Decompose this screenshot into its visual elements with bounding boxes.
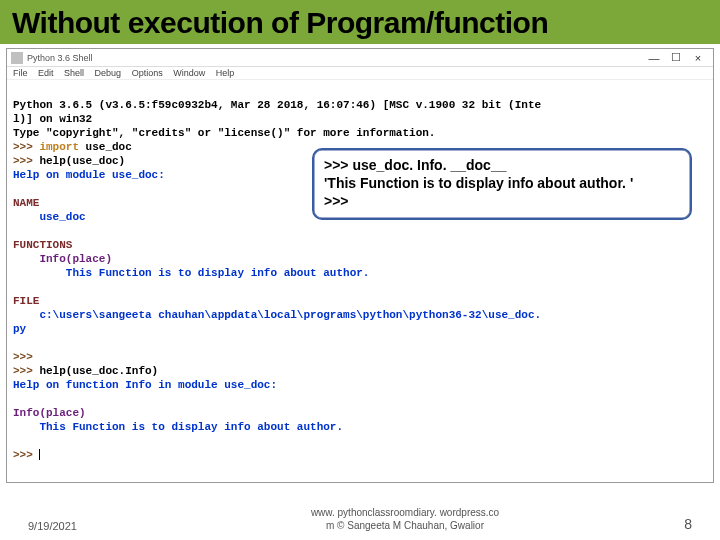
- keyword-import: import: [39, 141, 79, 153]
- app-icon: [11, 52, 23, 64]
- console-output: Python 3.6.5 (v3.6.5:f59c0932b4, Mar 28 …: [7, 80, 713, 482]
- banner-line: l)] on win32: [13, 113, 92, 125]
- banner-line: Type "copyright", "credits" or "license(…: [13, 127, 435, 139]
- help-call: help(use_doc): [39, 155, 125, 167]
- menu-file[interactable]: File: [13, 68, 28, 78]
- module-name-value: use_doc: [13, 211, 86, 223]
- menu-debug[interactable]: Debug: [95, 68, 122, 78]
- help-header: Help on module use_doc:: [13, 169, 165, 181]
- help-header: Help on function Info in module use_doc:: [13, 379, 277, 391]
- text-cursor: [39, 449, 40, 460]
- title-bar: Without execution of Program/function: [0, 0, 720, 44]
- menu-shell[interactable]: Shell: [64, 68, 84, 78]
- file-ext: py: [13, 323, 26, 335]
- section-file: FILE: [13, 295, 39, 307]
- footer-center: www. pythonclassroomdiary. wordpress.co …: [148, 506, 662, 532]
- prompt: >>>: [13, 141, 39, 153]
- callout-line: 'This Function is to display info about …: [324, 174, 680, 192]
- slide-title: Without execution of Program/function: [12, 6, 708, 40]
- minimize-button[interactable]: —: [643, 52, 665, 64]
- file-path: c:\users\sangeeta chauhan\appdata\local\…: [13, 309, 541, 321]
- function-signature: Info(place): [13, 253, 112, 265]
- help-call: help(use_doc.Info): [39, 365, 158, 377]
- callout-box: >>> use_doc. Info. __doc__ 'This Functio…: [312, 148, 692, 220]
- shell-window: Python 3.6 Shell — ☐ × File Edit Shell D…: [6, 48, 714, 483]
- prompt: >>>: [13, 351, 39, 363]
- close-button[interactable]: ×: [687, 52, 709, 64]
- maximize-button[interactable]: ☐: [665, 51, 687, 64]
- function-doc: This Function is to display info about a…: [13, 267, 369, 279]
- section-functions: FUNCTIONS: [13, 239, 72, 251]
- menu-help[interactable]: Help: [216, 68, 235, 78]
- section-name: NAME: [13, 197, 39, 209]
- banner-line: Python 3.6.5 (v3.6.5:f59c0932b4, Mar 28 …: [13, 99, 541, 111]
- prompt[interactable]: >>>: [13, 449, 39, 461]
- menu-bar: File Edit Shell Debug Options Window Hel…: [7, 67, 713, 80]
- callout-line: >>> use_doc. Info. __doc__: [324, 156, 680, 174]
- footer-url: www. pythonclassroomdiary. wordpress.co: [148, 506, 662, 519]
- page-number: 8: [662, 516, 692, 532]
- prompt: >>>: [13, 365, 39, 377]
- callout-line: >>>: [324, 192, 680, 210]
- footer: 9/19/2021 www. pythonclassroomdiary. wor…: [0, 506, 720, 532]
- module-name: use_doc: [79, 141, 132, 153]
- menu-window[interactable]: Window: [173, 68, 205, 78]
- slide: Without execution of Program/function Py…: [0, 0, 720, 540]
- footer-copyright: m © Sangeeta M Chauhan, Gwalior: [148, 519, 662, 532]
- footer-date: 9/19/2021: [28, 520, 148, 532]
- function-doc: This Function is to display info about a…: [13, 421, 343, 433]
- menu-edit[interactable]: Edit: [38, 68, 54, 78]
- window-title: Python 3.6 Shell: [27, 53, 93, 63]
- prompt: >>>: [13, 155, 39, 167]
- menu-options[interactable]: Options: [132, 68, 163, 78]
- function-signature: Info(place): [13, 407, 86, 419]
- window-titlebar: Python 3.6 Shell — ☐ ×: [7, 49, 713, 67]
